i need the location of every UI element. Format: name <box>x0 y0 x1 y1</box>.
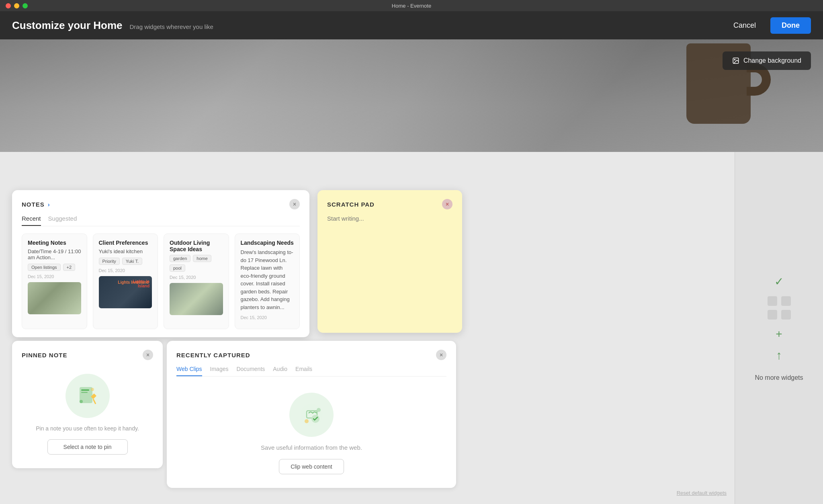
title-bar: Home - Evernote <box>0 0 823 11</box>
pinned-widget-header: PINNED NOTE × <box>22 350 153 360</box>
svg-line-5 <box>93 399 96 404</box>
done-button[interactable]: Done <box>770 17 811 34</box>
tag-garden: garden <box>170 255 190 262</box>
capture-description: Save useful information from the web. <box>261 443 362 453</box>
captured-widget-header: RECENTLY CAPTURED × <box>176 350 446 360</box>
up-arrow-icon: ↑ <box>776 348 782 362</box>
recently-captured-widget: RECENTLY CAPTURED × Web Clips Images Doc… <box>167 341 456 488</box>
scratch-widget: SCRATCH PAD × <box>317 190 462 333</box>
cancel-button[interactable]: Cancel <box>726 17 763 34</box>
tab-suggested[interactable]: Suggested <box>48 215 77 226</box>
grid-dot <box>768 296 777 306</box>
notes-widget-header: NOTES › × <box>22 199 300 209</box>
maximize-btn[interactable] <box>23 3 28 8</box>
pinned-content: Pin a note you use often to keep it hand… <box>22 366 153 459</box>
note-card-subtitle: Date/Time 4-19 / 11:00 am Action... <box>28 248 81 260</box>
main-layout: NOTES › × Recent Suggested Meeting Notes… <box>0 152 823 504</box>
tag-home: home <box>193 255 211 262</box>
close-btn[interactable] <box>6 3 11 8</box>
notes-widget: NOTES › × Recent Suggested Meeting Notes… <box>12 190 309 337</box>
scratch-widget-header: SCRATCH PAD × <box>327 199 452 209</box>
notes-tabs: Recent Suggested <box>22 215 300 226</box>
note-cards-container: Meeting Notes Date/Time 4-19 / 11:00 am … <box>22 234 300 329</box>
check-icon: ✓ <box>774 275 784 288</box>
note-card-landscaping[interactable]: Landscaping Needs Drew's landscaping to-… <box>235 234 300 329</box>
capture-tabs: Web Clips Images Documents Audio Emails <box>176 366 446 377</box>
toolbar: Customize your Home Drag widgets whereve… <box>0 11 823 39</box>
note-card-subtitle: Drew's landscaping to-do 17 Pinewood Ln.… <box>241 248 294 311</box>
note-image-living <box>28 282 81 314</box>
tab-emails[interactable]: Emails <box>295 366 312 376</box>
capture-icon-area <box>289 393 334 437</box>
change-bg-label: Change background <box>743 57 801 64</box>
kitchen-annotation: Lights InIsland <box>133 279 149 288</box>
reset-default-widgets-link[interactable]: Reset default widgets <box>677 490 727 496</box>
background-area: Change background <box>0 39 823 152</box>
captured-widget-title: RECENTLY CAPTURED <box>176 352 250 359</box>
grid-dot <box>781 296 791 306</box>
svg-rect-3 <box>81 389 89 391</box>
minimize-btn[interactable] <box>14 3 19 8</box>
tab-recent[interactable]: Recent <box>22 215 41 226</box>
svg-point-8 <box>300 404 323 426</box>
note-date: Dec 15, 2020 <box>170 275 223 280</box>
tab-documents[interactable]: Documents <box>236 366 265 376</box>
note-tags: garden home pool <box>170 255 223 272</box>
scratch-textarea[interactable] <box>327 215 452 320</box>
tag-pool: pool <box>170 264 185 272</box>
toolbar-subtitle: Drag widgets wherever you like <box>130 23 213 30</box>
note-card-outdoor[interactable]: Outdoor Living Space Ideas garden home p… <box>164 234 229 329</box>
notes-widget-title: NOTES › <box>22 201 50 208</box>
note-card-client[interactable]: Client Preferences Yuki's ideal kitchen … <box>93 234 158 329</box>
notes-close-button[interactable]: × <box>289 199 300 209</box>
tag-open-listings: Open listings <box>28 264 61 271</box>
note-card-meeting[interactable]: Meeting Notes Date/Time 4-19 / 11:00 am … <box>22 234 87 329</box>
tab-images[interactable]: Images <box>210 366 229 376</box>
image-icon <box>732 57 739 64</box>
widgets-area: NOTES › × Recent Suggested Meeting Notes… <box>0 152 735 504</box>
window-title: Home - Evernote <box>392 3 431 9</box>
pinned-icon-area <box>66 374 110 418</box>
note-card-subtitle: Yuki's ideal kitchen <box>99 248 152 254</box>
note-date: Dec 15, 2020 <box>99 268 152 273</box>
grid-dot <box>768 310 777 320</box>
svg-point-1 <box>734 59 735 60</box>
tab-web-clips[interactable]: Web Clips <box>176 366 202 376</box>
plus-icon: + <box>776 328 782 340</box>
pinned-description: Pin a note you use often to keep it hand… <box>36 424 139 433</box>
web-clips-icon <box>299 402 325 428</box>
tag-plus2: +2 <box>63 264 76 271</box>
capture-content: Save useful information from the web. Cl… <box>176 385 446 478</box>
note-card-title: Outdoor Living Space Ideas <box>170 240 223 252</box>
note-tags: Open listings +2 <box>28 264 81 271</box>
svg-point-7 <box>91 388 94 391</box>
change-background-button[interactable]: Change background <box>723 51 811 70</box>
tab-audio[interactable]: Audio <box>273 366 287 376</box>
pinned-note-widget: PINNED NOTE × Pin a note you <box>12 341 163 468</box>
pinned-widget-title: PINNED NOTE <box>22 352 68 359</box>
note-image-outdoor <box>170 283 223 315</box>
svg-point-12 <box>317 408 321 412</box>
select-note-to-pin-button[interactable]: Select a note to pin <box>47 439 128 455</box>
scratch-close-button[interactable]: × <box>442 199 452 209</box>
note-date: Dec 15, 2020 <box>241 315 294 320</box>
clip-web-content-button[interactable]: Clip web content <box>279 459 344 474</box>
notes-arrow-icon[interactable]: › <box>48 201 50 208</box>
note-image-kitchen: Lights InIsland <box>99 276 152 308</box>
captured-close-button[interactable]: × <box>436 350 446 360</box>
widget-grid-dots <box>768 296 791 320</box>
grid-dot <box>781 310 791 320</box>
pinned-close-button[interactable]: × <box>143 350 153 360</box>
right-panel: ✓ + ↑ No more widgets <box>735 152 823 504</box>
svg-rect-4 <box>81 392 88 393</box>
scratch-widget-title: SCRATCH PAD <box>327 201 375 208</box>
note-card-title: Client Preferences <box>99 240 152 246</box>
pin-note-icon <box>76 384 100 408</box>
note-card-title: Landscaping Needs <box>241 240 294 246</box>
toolbar-right: Cancel Done <box>726 17 811 34</box>
svg-point-6 <box>80 400 83 403</box>
window-controls <box>6 3 28 8</box>
svg-point-11 <box>305 419 309 423</box>
note-card-title: Meeting Notes <box>28 240 81 246</box>
tag-priority: Priority <box>99 258 120 265</box>
